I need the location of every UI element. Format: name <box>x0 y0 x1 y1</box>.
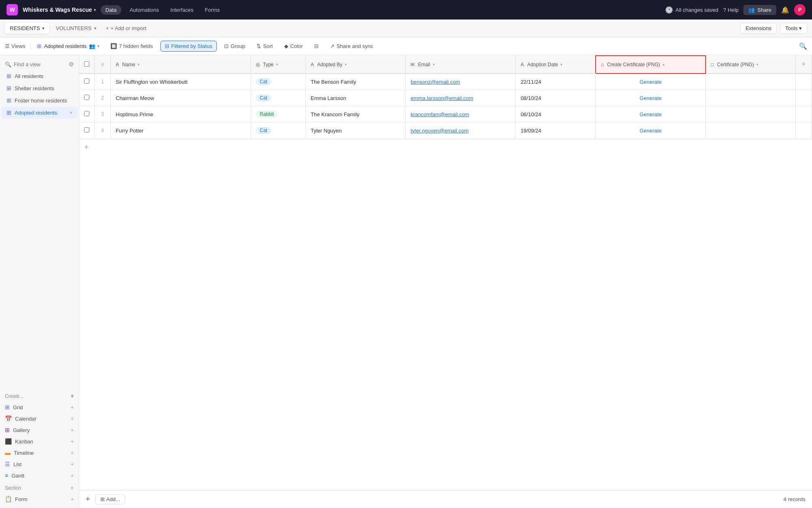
create-section-chevron-icon[interactable]: ▾ <box>71 392 74 400</box>
row-1-type[interactable]: Cat <box>251 74 305 90</box>
create-list-item[interactable]: ☰ List + <box>0 458 79 470</box>
share-button[interactable]: 👥 Share <box>743 5 776 15</box>
forms-link[interactable]: Forms <box>201 5 223 15</box>
add-gantt-icon[interactable]: + <box>71 472 74 479</box>
row-1-email[interactable]: bensonz@email.com <box>406 74 516 90</box>
row-3-checkbox[interactable] <box>84 111 89 116</box>
row-3-generate-button[interactable]: Generate <box>639 111 661 117</box>
th-email[interactable]: ✉ Email ▾ <box>406 56 516 74</box>
create-kanban-item[interactable]: ⬛ Kanban + <box>0 436 79 447</box>
help-button[interactable]: ? Help <box>723 7 739 13</box>
row-4-email-link[interactable]: tyler.nguyen@email.com <box>410 128 469 134</box>
add-column-button[interactable]: + <box>796 56 812 74</box>
extensions-button[interactable]: Extensions <box>740 23 777 34</box>
row-2-generate-cell[interactable]: Generate <box>596 90 706 106</box>
row-1-adopted-by[interactable]: The Benson Family <box>306 74 406 90</box>
row-4-name[interactable]: Furry Potter <box>111 122 251 139</box>
th-create-cert[interactable]: ⌂ Create Certificate (PNG) ▾ <box>596 56 706 74</box>
row-1-generate-button[interactable]: Generate <box>639 79 661 85</box>
row-4-email[interactable]: tyler.nguyen@email.com <box>406 122 516 139</box>
select-all-checkbox[interactable] <box>84 61 89 67</box>
create-gallery-item[interactable]: ⊞ Gallery + <box>0 424 79 436</box>
current-view[interactable]: ⊞ Adopted residents 👥 ▾ <box>34 41 103 51</box>
notifications-bell-icon[interactable]: 🔔 <box>781 6 789 14</box>
color-button[interactable]: ◆ Color <box>280 41 307 51</box>
row-3-type[interactable]: Rabbit <box>251 106 305 122</box>
row-2-name[interactable]: Chairman Meow <box>111 90 251 106</box>
row-2-type[interactable]: Cat <box>251 90 305 106</box>
sidebar-item-all-residents[interactable]: ⊞ All residents <box>2 70 77 82</box>
row-3-adoption-date[interactable]: 06/10/24 <box>516 106 596 122</box>
gear-icon[interactable]: ⚙ <box>69 61 74 67</box>
find-view-input[interactable] <box>14 61 66 67</box>
row-1-email-link[interactable]: bensonz@email.com <box>410 79 460 85</box>
row-3-email[interactable]: krancomfam@email.com <box>406 106 516 122</box>
add-kanban-icon[interactable]: + <box>71 438 74 445</box>
sidebar-item-shelter-residents[interactable]: ⊞ Shelter residents <box>2 82 77 94</box>
sort-button[interactable]: ⇅ Sort <box>253 41 277 51</box>
select-all-header[interactable] <box>79 56 95 74</box>
row-2-adoption-date[interactable]: 08/10/24 <box>516 90 596 106</box>
add-calendar-icon[interactable]: + <box>71 415 74 422</box>
th-adoption-date[interactable]: A Adoption Date ▾ <box>516 56 596 74</box>
tools-button[interactable]: Tools ▾ <box>780 23 807 34</box>
row-3-email-link[interactable]: krancomfam@email.com <box>410 111 469 117</box>
row-4-checkbox-cell[interactable] <box>79 122 95 139</box>
sidebar-item-adopted-residents[interactable]: ⊞ Adopted residents ▾ <box>2 106 77 119</box>
row-4-checkbox[interactable] <box>84 127 89 132</box>
add-more-button[interactable]: ⊞ Add... <box>95 494 125 504</box>
row-2-adopted-by[interactable]: Emma Larsson <box>306 90 406 106</box>
automations-link[interactable]: Automations <box>126 5 162 15</box>
add-section-icon[interactable]: + <box>70 484 74 492</box>
th-name[interactable]: A Name ▾ <box>111 56 251 74</box>
row-1-adoption-date[interactable]: 22/11/24 <box>516 74 596 90</box>
add-timeline-icon[interactable]: + <box>71 449 74 456</box>
create-gantt-item[interactable]: ≡ Gantt + <box>0 470 79 481</box>
row-4-adopted-by[interactable]: Tyler Nguyen <box>306 122 406 139</box>
row-1-checkbox-cell[interactable] <box>79 74 95 90</box>
row-1-generate-cell[interactable]: Generate <box>596 74 706 90</box>
row-2-email[interactable]: emma.larsson@email.com <box>406 90 516 106</box>
app-brand[interactable]: Whiskers & Wags Rescue ▾ <box>23 7 96 13</box>
row-3-checkbox-cell[interactable] <box>79 106 95 122</box>
filter-button[interactable]: ⊟ Filtered by Status <box>160 41 217 52</box>
row-2-checkbox-cell[interactable] <box>79 90 95 106</box>
data-tab[interactable]: Data <box>101 5 121 15</box>
add-list-icon[interactable]: + <box>71 461 74 467</box>
find-view-search[interactable]: 🔍 ⚙ <box>0 59 79 70</box>
add-record-button[interactable]: + <box>86 495 90 504</box>
th-type[interactable]: ◎ Type ▾ <box>251 56 305 74</box>
group-button[interactable]: ⊡ Group <box>220 41 249 51</box>
row-4-type[interactable]: Cat <box>251 122 305 139</box>
row-2-checkbox[interactable] <box>84 95 89 100</box>
create-form-item[interactable]: 📋 Form + <box>0 493 79 505</box>
row-1-name[interactable]: Sir Fluffington von Whiskerbutt <box>111 74 251 90</box>
row-3-adopted-by[interactable]: The Krancom Family <box>306 106 406 122</box>
search-icon[interactable]: 🔍 <box>799 42 807 50</box>
share-sync-button[interactable]: ↗ Share and sync <box>326 41 377 51</box>
add-or-import-button[interactable]: + + Add or import <box>106 25 147 31</box>
row-3-generate-cell[interactable]: Generate <box>596 106 706 122</box>
views-toggle[interactable]: ☰ Views <box>5 43 30 49</box>
avatar[interactable]: P <box>794 4 806 15</box>
add-row-button[interactable]: + <box>79 139 812 155</box>
add-grid-icon[interactable]: + <box>71 404 74 410</box>
th-cert-png[interactable]: □ Certificate (PNG) ▾ <box>706 56 796 74</box>
row-2-generate-button[interactable]: Generate <box>639 95 661 101</box>
create-grid-item[interactable]: ⊞ Grid + <box>0 402 79 413</box>
sidebar-item-foster-home-residents[interactable]: ⊞ Foster home residents <box>2 94 77 106</box>
row-3-name[interactable]: Hoptimus Prime <box>111 106 251 122</box>
th-adopted-by[interactable]: A Adopted By ▾ <box>306 56 406 74</box>
hidden-fields-button[interactable]: 🔲 7 hidden fields <box>106 41 157 51</box>
row-1-checkbox[interactable] <box>84 78 89 84</box>
row-4-generate-cell[interactable]: Generate <box>596 122 706 139</box>
interfaces-link[interactable]: Interfaces <box>167 5 197 15</box>
create-calendar-item[interactable]: 📅 Calendar + <box>0 413 79 424</box>
row-4-generate-button[interactable]: Generate <box>639 128 661 134</box>
fields-button[interactable]: ⊟ <box>310 41 323 51</box>
add-gallery-icon[interactable]: + <box>71 427 74 433</box>
tab-volunteers[interactable]: VOLUNTEERS ▾ <box>51 23 101 34</box>
row-2-email-link[interactable]: emma.larsson@email.com <box>410 95 473 101</box>
tab-residents[interactable]: RESIDENTS ▾ <box>5 23 49 34</box>
add-form-icon[interactable]: + <box>71 496 74 502</box>
